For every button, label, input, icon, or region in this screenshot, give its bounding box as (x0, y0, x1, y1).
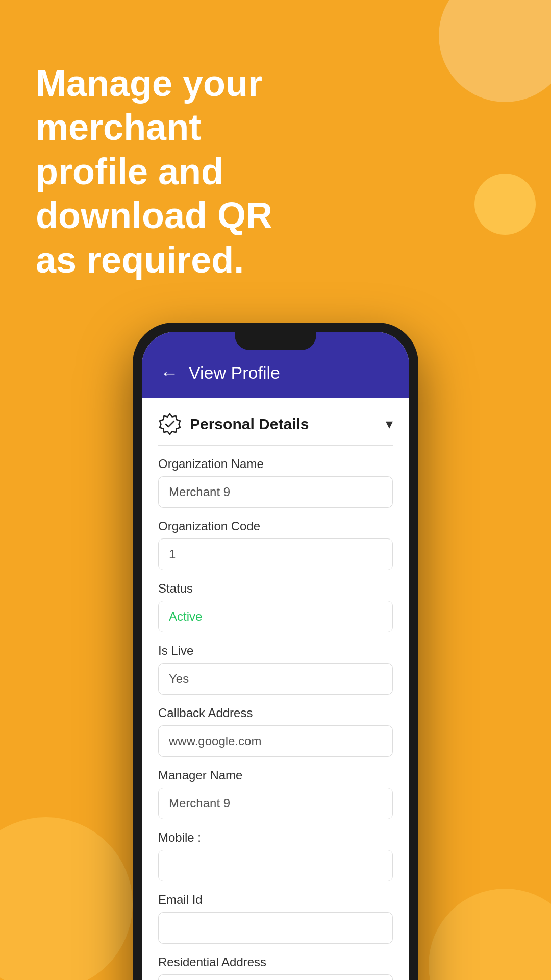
app-content: Personal Details ▾ Organization NameOrga… (142, 398, 409, 980)
field-group-0: Organization Name (158, 457, 393, 508)
phone-notch (235, 332, 316, 350)
field-input-4[interactable] (158, 725, 393, 757)
personal-details-header-left: Personal Details (158, 412, 309, 436)
bg-circle-mid-right (474, 174, 536, 235)
hero-text: Manage your merchant profile and downloa… (0, 0, 357, 312)
field-group-3: Is Live (158, 644, 393, 695)
personal-details-header[interactable]: Personal Details ▾ (158, 398, 393, 446)
field-label-0: Organization Name (158, 457, 393, 471)
view-profile-title: View Profile (189, 363, 280, 383)
field-input-7[interactable] (158, 912, 393, 944)
field-label-1: Organization Code (158, 519, 393, 533)
field-label-4: Callback Address (158, 706, 393, 720)
phone-wrapper: ← View Profile Personal Details ▾ (0, 323, 551, 980)
form-fields: Organization NameOrganization CodeStatus… (158, 457, 393, 980)
field-label-6: Mobile : (158, 830, 393, 845)
field-group-2: Status (158, 581, 393, 632)
field-group-7: Email Id (158, 893, 393, 944)
field-input-8[interactable] (158, 974, 393, 980)
field-input-5[interactable] (158, 788, 393, 819)
personal-details-title: Personal Details (190, 415, 309, 433)
field-group-6: Mobile : (158, 830, 393, 881)
field-input-3[interactable] (158, 663, 393, 695)
field-input-1[interactable] (158, 538, 393, 570)
field-input-2[interactable] (158, 601, 393, 632)
bg-circle-top-right (439, 0, 551, 102)
field-label-8: Residential Address (158, 955, 393, 969)
verified-badge-icon (158, 412, 182, 436)
field-label-2: Status (158, 581, 393, 596)
field-input-0[interactable] (158, 476, 393, 508)
back-button[interactable]: ← (160, 362, 179, 384)
personal-details-chevron: ▾ (386, 415, 393, 432)
phone-screen: ← View Profile Personal Details ▾ (142, 332, 409, 980)
field-group-4: Callback Address (158, 706, 393, 757)
field-group-8: Residential Address (158, 955, 393, 980)
field-input-6[interactable] (158, 850, 393, 881)
field-label-5: Manager Name (158, 768, 393, 782)
field-label-7: Email Id (158, 893, 393, 907)
field-label-3: Is Live (158, 644, 393, 658)
phone-frame: ← View Profile Personal Details ▾ (133, 323, 418, 980)
field-group-5: Manager Name (158, 768, 393, 819)
field-group-1: Organization Code (158, 519, 393, 570)
